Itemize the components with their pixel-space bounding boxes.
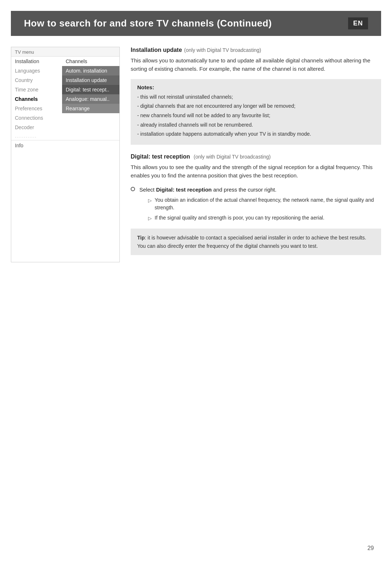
- tip-text: Tip: it is however advisable to contact …: [137, 234, 375, 250]
- sub-bullet-text: You obtain an indication of the actual c…: [155, 196, 381, 212]
- tip-box: Tip: it is however advisable to contact …: [131, 229, 381, 255]
- installation-update-body: This allows you to automatically tune to…: [131, 56, 381, 73]
- tv-menu-row: Languages Autom. installation: [11, 66, 119, 75]
- tv-menu-col1-installation: Installation: [11, 57, 62, 66]
- digital-test-title: Digital: test reception (only with Digit…: [131, 153, 381, 160]
- tv-menu-col1-preferences: Preferences: [11, 104, 62, 113]
- bullet-list: Select Digital: test reception and press…: [131, 185, 381, 224]
- tv-menu-row: Decoder: [11, 123, 119, 132]
- tv-menu-col2-analogue: Analogue: manual..: [62, 94, 119, 104]
- tv-menu-col1-timezone: Time zone: [11, 85, 62, 94]
- main-content: TV menu Installation Channels Languages …: [11, 47, 381, 262]
- tv-menu-panel: TV menu Installation Channels Languages …: [11, 47, 120, 262]
- page-title: How to search for and store TV channels …: [24, 18, 272, 29]
- notes-list-item: - already installed channels will not be…: [137, 121, 375, 129]
- tv-menu-col2-empty-connections: [62, 113, 119, 123]
- bullet-bold: Digital: test reception: [156, 186, 212, 193]
- page-header: How to search for and store TV channels …: [11, 11, 381, 36]
- tip-bold: Tip: [137, 235, 145, 241]
- bullet-label: Select: [139, 186, 155, 193]
- notes-list-item: - this will not reinstall uninstalled ch…: [137, 93, 375, 101]
- tv-menu-col2-installation-update: Installation update: [62, 75, 119, 85]
- tv-menu-label: TV menu: [11, 47, 119, 57]
- notes-list-item: - installation update happens automatica…: [137, 130, 375, 138]
- notes-list-item: - new channels found will not be added t…: [137, 112, 375, 120]
- installation-update-subtitle: (only with Digital TV broadcasting): [184, 47, 261, 53]
- sub-bullet-list: ▷ You obtain an indication of the actual…: [148, 196, 381, 222]
- tv-menu-col2-digital-test: Digital: test recept..: [62, 85, 119, 94]
- tv-menu-col2-autom: Autom. installation: [62, 66, 119, 75]
- tv-menu-col1-channels: Channels: [11, 94, 62, 104]
- digital-test-section: Digital: test reception (only with Digit…: [131, 153, 381, 255]
- tv-menu-col1-languages: Languages: [11, 66, 62, 75]
- notes-list-item: - digital channels that are not encounte…: [137, 102, 375, 110]
- digital-test-title-text: Digital: test reception: [131, 153, 190, 160]
- arrow-icon: ▷: [148, 197, 152, 204]
- tv-menu-col2-rearrange: Rearrange: [62, 104, 119, 113]
- notes-list: - this will not reinstall uninstalled ch…: [137, 93, 375, 138]
- tv-menu-row: Preferences Rearrange: [11, 104, 119, 113]
- installation-update-section: Installation update(only with Digital TV…: [131, 47, 381, 145]
- bullet-list-item: Select Digital: test reception and press…: [131, 185, 381, 224]
- tv-menu-row: Time zone Digital: test recept..: [11, 85, 119, 94]
- tv-menu-row: Country Installation update: [11, 75, 119, 85]
- lang-badge: EN: [348, 17, 368, 29]
- notes-box: Notes: - this will not reinstall uninsta…: [131, 79, 381, 145]
- tv-menu-row: Channels Analogue: manual..: [11, 94, 119, 104]
- tv-menu-col1-connections: Connections: [11, 113, 62, 123]
- tv-menu-col1-decoder: Decoder: [11, 123, 62, 132]
- tv-menu-row: Connections: [11, 113, 119, 123]
- tv-menu-info: Info: [11, 140, 119, 151]
- tv-menu-col2-empty-decoder: [62, 123, 119, 132]
- sub-bullet-item: ▷ If the signal quality and strength is …: [148, 214, 381, 222]
- installation-update-title-text: Installation update: [131, 47, 182, 53]
- installation-update-title: Installation update(only with Digital TV…: [131, 47, 381, 53]
- tv-menu-row: Installation Channels: [11, 57, 119, 66]
- bullet-suffix: and press the cursor right.: [213, 186, 276, 193]
- right-content: Installation update(only with Digital TV…: [131, 47, 381, 262]
- bullet-list-item-text: Select Digital: test reception and press…: [139, 185, 381, 224]
- tip-body: : it is however advisable to contact a s…: [137, 235, 366, 249]
- digital-test-body: This allows you to see the quality and t…: [131, 163, 381, 180]
- tv-menu-col1-country: Country: [11, 75, 62, 85]
- tv-menu-col2-channels: Channels: [62, 57, 119, 66]
- sub-bullet-item: ▷ You obtain an indication of the actual…: [148, 196, 381, 212]
- arrow-icon: ▷: [148, 215, 152, 222]
- digital-test-subtitle: (only with Digital TV broadcasting): [192, 154, 271, 160]
- notes-title: Notes:: [137, 84, 375, 90]
- tv-menu-separator: ............: [11, 132, 119, 140]
- sub-bullet-text: If the signal quality and strength is po…: [155, 214, 324, 222]
- page-number: 29: [367, 545, 374, 551]
- bullet-circle-icon: [131, 187, 135, 191]
